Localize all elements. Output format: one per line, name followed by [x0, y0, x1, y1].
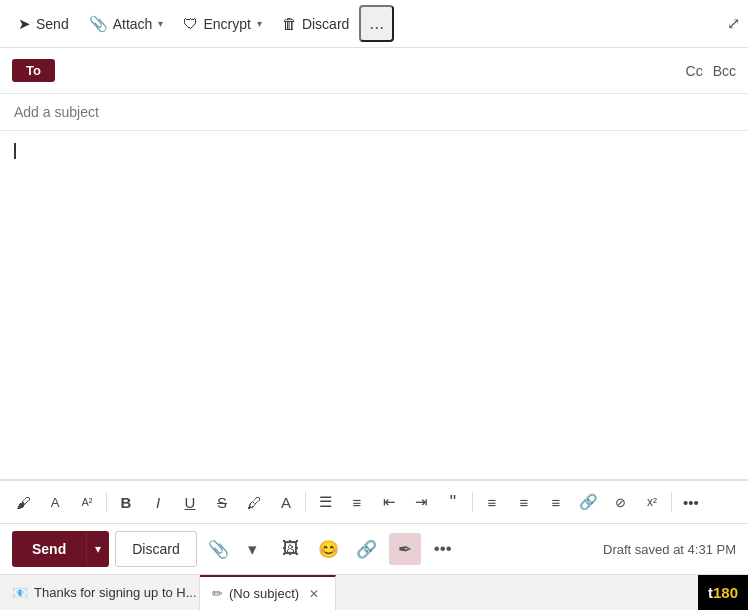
encrypt-icon: 🛡 [183, 15, 198, 32]
discard-icon: 🗑 [282, 15, 297, 32]
cc-bcc-area: Cc Bcc [686, 63, 736, 79]
list-bullet-button[interactable]: ≡ [342, 487, 372, 517]
fmt-sep-4 [671, 492, 672, 512]
tab-label-0: Thanks for signing up to H... [34, 585, 197, 600]
attach-chevron-icon: ▾ [158, 18, 163, 29]
to-badge[interactable]: To [12, 59, 55, 82]
fmt-sep-2 [305, 492, 306, 512]
emoji-button[interactable]: 😊 [313, 533, 345, 565]
link-button[interactable]: 🔗 [573, 487, 603, 517]
brand-number: 180 [713, 584, 738, 601]
encrypt-button[interactable]: 🛡 Encrypt ▾ [173, 9, 271, 38]
highlight-button[interactable]: 🖊 [239, 487, 269, 517]
popout-icon[interactable]: ⤢ [727, 15, 740, 32]
insert-image-button[interactable]: 🖼 [275, 533, 307, 565]
encrypt-label: Encrypt [203, 16, 250, 32]
font-size-small-button[interactable]: A² [72, 487, 102, 517]
italic-button[interactable]: I [143, 487, 173, 517]
draft-status: Draft saved at 4:31 PM [603, 542, 736, 557]
send-chevron-button[interactable]: ▾ [86, 531, 109, 567]
attach-button[interactable]: 📎 Attach ▾ [79, 9, 174, 39]
bold-button[interactable]: B [111, 487, 141, 517]
bcc-button[interactable]: Bcc [713, 63, 736, 79]
quote-button[interactable]: " [438, 487, 468, 517]
discard-button[interactable]: 🗑 Discard [272, 9, 359, 38]
attach-file-button[interactable]: 📎 [203, 533, 235, 565]
to-input[interactable] [63, 63, 686, 79]
send-group: Send ▾ [12, 531, 109, 567]
brand-logo: t 180 [698, 575, 748, 610]
text-cursor [14, 143, 16, 159]
tab-item-1[interactable]: ✏ (No subject) ✕ [200, 575, 336, 610]
more-button[interactable]: ... [359, 5, 394, 42]
format-painter-button[interactable]: 🖌 [8, 487, 38, 517]
indent-increase-button[interactable]: ⇥ [406, 487, 436, 517]
tab-item-0[interactable]: 📧 Thanks for signing up to H... [0, 575, 200, 610]
align-center-button[interactable]: ≡ [477, 487, 507, 517]
top-toolbar: ➤ Send 📎 Attach ▾ 🛡 Encrypt ▾ 🗑 Discard … [0, 0, 748, 48]
encrypt-chevron-icon: ▾ [257, 18, 262, 29]
tab-icon-1: ✏ [212, 586, 223, 601]
format-more-button[interactable]: ••• [676, 487, 706, 517]
tab-bar: 📧 Thanks for signing up to H... ✏ (No su… [0, 574, 748, 610]
send-icon: ➤ [18, 15, 31, 33]
attach-icon: 📎 [89, 15, 108, 33]
body-area[interactable] [0, 131, 748, 479]
link-remove-button[interactable]: ⊘ [605, 487, 635, 517]
underline-button[interactable]: U [175, 487, 205, 517]
send-main-button[interactable]: Send [12, 531, 86, 567]
font-color-button[interactable]: A [271, 487, 301, 517]
tab-label-1: (No subject) [229, 586, 299, 601]
attach-label: Attach [113, 16, 153, 32]
to-row: To Cc Bcc [0, 48, 748, 94]
toolbar-right: ⤢ [727, 14, 740, 33]
subject-row [0, 94, 748, 131]
bottom-more-button[interactable]: ••• [427, 533, 459, 565]
tab-icon-0: 📧 [12, 585, 28, 600]
discard-label: Discard [302, 16, 349, 32]
subject-input[interactable] [14, 104, 734, 120]
send-label: Send [36, 16, 69, 32]
discard-bottom-button[interactable]: Discard [115, 531, 196, 567]
align-left-button[interactable]: ☰ [310, 487, 340, 517]
compose-area: To Cc Bcc [0, 48, 748, 480]
justify-button[interactable]: ≡ [541, 487, 571, 517]
fmt-sep-3 [472, 492, 473, 512]
align-right-button[interactable]: ≡ [509, 487, 539, 517]
fmt-sep-1 [106, 492, 107, 512]
tab-close-1[interactable]: ✕ [305, 585, 323, 603]
indent-decrease-button[interactable]: ⇤ [374, 487, 404, 517]
font-size-button[interactable]: A [40, 487, 70, 517]
cc-button[interactable]: Cc [686, 63, 703, 79]
signature-button[interactable]: ✒ [389, 533, 421, 565]
superscript-button[interactable]: x² [637, 487, 667, 517]
attach-chevron-button[interactable]: ▾ [237, 533, 269, 565]
format-toolbar: 🖌 A A² B I U S 🖊 A ☰ ≡ ⇤ ⇥ " ≡ ≡ ≡ 🔗 ⊘ x… [0, 480, 748, 524]
send-button[interactable]: ➤ Send [8, 9, 79, 39]
strikethrough-button[interactable]: S [207, 487, 237, 517]
send-bar: Send ▾ Discard 📎 ▾ 🖼 😊 🔗 ✒ ••• Draft sav… [0, 524, 748, 574]
link-bottom-button[interactable]: 🔗 [351, 533, 383, 565]
attach-inline-group: 📎 ▾ [203, 533, 269, 565]
